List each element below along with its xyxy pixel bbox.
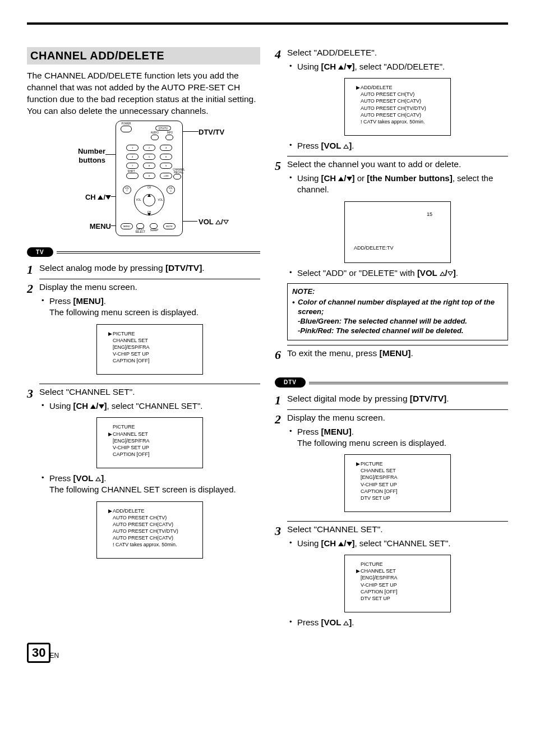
step-text: Select analog mode by pressing [DTV/TV]. <box>39 263 205 273</box>
bold: [the Number buttons] <box>367 173 452 183</box>
t: VOL <box>124 187 129 190</box>
mute-button: MUTE <box>163 223 176 229</box>
bullet-icon: • <box>41 400 49 412</box>
osd-menu-item: ▶CHANNEL SET <box>108 431 197 437</box>
tiny-label: SHIFT <box>125 170 137 173</box>
osd-menu-item: CHANNEL SET <box>356 467 445 474</box>
audio-button <box>151 135 159 140</box>
osd-menu-item: DTV SET UP <box>356 595 445 602</box>
t: or <box>355 173 367 183</box>
label-number-buttons-1: Number <box>59 146 105 156</box>
osd-menu-3: ▶ADD/DELETEAUTO PRESET CH(TV)AUTO PRESET… <box>96 501 203 559</box>
label-vol-text: VOL <box>199 218 215 226</box>
osd-menu-item: [ENG]/ESP/FRA <box>356 574 445 581</box>
step-text: Select "CHANNEL SET". <box>287 524 383 534</box>
triangle-up-outline-icon <box>343 621 349 625</box>
osd-menu-item: ! CATV takes approx. 50min. <box>108 541 197 548</box>
osd-menu-item-text: AUTO PRESET CH(TV) <box>113 514 167 521</box>
osd-menu-item: CAPTION [OFF] <box>108 451 197 458</box>
osd-menu-item: ▶CHANNEL SET <box>356 568 445 574</box>
t: MUTE <box>166 225 172 228</box>
triangle-down-icon <box>347 177 352 181</box>
osd-menu-item: CHANNEL SET <box>108 337 197 344</box>
t: . <box>352 141 354 150</box>
triangle-down-outline-icon <box>448 271 453 276</box>
t: Press <box>297 141 321 150</box>
t: Press <box>297 617 321 627</box>
t: Using <box>297 173 321 183</box>
tiny-label: CHANNEL RECALL <box>172 168 186 174</box>
page-number-value: 30 <box>27 643 50 663</box>
osd-menu-item-text: V-CHIP SET UP <box>113 351 149 357</box>
step-text: To exit the menu, press [MENU]. <box>287 348 413 358</box>
osd-menu-item-text: CHANNEL SET <box>113 337 148 344</box>
t: Press <box>297 427 321 436</box>
sub-text: Press [VOL ]. <box>297 617 508 628</box>
channel-number: 15 <box>427 211 432 218</box>
t: 4 <box>132 155 133 158</box>
tag-line <box>309 382 508 384</box>
triangle-up-icon <box>90 404 96 409</box>
bullet-icon: • <box>41 473 49 496</box>
osd-menu-item-text: AUTO PRESET CH(TV) <box>361 91 414 98</box>
tiny-label: AUDIO <box>149 131 161 134</box>
sub-text: Using [CH /] or [the Number buttons], se… <box>297 173 508 196</box>
tv-step-1: 1 Select analog mode by pressing [DTV/TV… <box>27 262 260 279</box>
channel-preview-box: 15 ADD/DELETE:TV <box>344 201 451 263</box>
osd-menu-2: PICTURE▶CHANNEL SET[ENG]/ESP/FRAV-CHIP S… <box>96 417 203 468</box>
t: 2 <box>149 146 150 149</box>
osd-menu-item-text: ! CATV takes approx. 50min. <box>113 541 177 548</box>
osd-menu-item-text: [ENG]/ESP/FRA <box>113 344 150 351</box>
label-number-buttons-2: buttons <box>59 155 105 165</box>
t: Select "ADD" or "DELETE" with <box>297 268 417 278</box>
triangle-down-icon <box>347 65 352 70</box>
triangle-down-outline-icon <box>223 220 229 224</box>
tiny-label: POWER <box>119 122 133 125</box>
bold: [VOL ] <box>321 141 352 150</box>
osd-menu-item-text: PICTURE <box>113 423 135 430</box>
osd-menu-item: CAPTION [OFF] <box>356 588 445 595</box>
lead-line <box>182 131 199 132</box>
triangle-down-icon <box>347 542 352 546</box>
t: Press <box>49 473 73 483</box>
key-7: 7 <box>126 163 139 169</box>
key-2: 2 <box>143 145 155 151</box>
triangle-up-icon <box>338 177 344 181</box>
osd-menu-item: AUTO PRESET CH(TV) <box>356 91 445 98</box>
step-text: Select the channel you want to add or de… <box>287 159 461 169</box>
t: , select "ADD/DELETE". <box>355 62 445 71</box>
step-number: 2 <box>27 282 39 295</box>
osd-menu-item: AUTO PRESET CH(CATV) <box>356 98 445 104</box>
osd-menu-item-text: DTV SET UP <box>361 495 390 501</box>
key-4: 4 <box>126 154 139 160</box>
cursor-icon: ▶ <box>356 568 361 574</box>
sub-text: Press [MENU]. The following menu screen … <box>297 426 508 449</box>
tiny-text: DTV/TV <box>159 127 168 130</box>
tv-step-2: 2 Display the menu screen. • Press [MENU… <box>27 282 260 384</box>
step-number: 3 <box>275 524 287 537</box>
triangle-up-icon <box>98 195 103 200</box>
t: 5 <box>149 155 150 158</box>
bold: [CH /] <box>73 401 107 411</box>
tv-step-5: 5 Select the channel you want to add or … <box>275 159 508 345</box>
label-menu: MENU <box>77 222 111 232</box>
sub-text: Press [VOL ]. The following CHANNEL SET … <box>49 473 260 496</box>
osd-menu-item: V-CHIP SET UP <box>108 444 197 451</box>
osd-menu-item: [ENG]/ESP/FRA <box>108 344 197 351</box>
t: . <box>456 268 458 278</box>
osd-menu-1: ▶PICTURECHANNEL SET[ENG]/ESP/FRAV-CHIP S… <box>96 324 203 375</box>
osd-menu-4: ▶ADD/DELETEAUTO PRESET CH(TV)AUTO PRESET… <box>344 78 451 136</box>
bullet-icon: • <box>41 296 49 319</box>
osd-menu-item-text: AUTO PRESET CH(TV/DTV) <box>361 105 426 112</box>
remote-body: POWER DTV/TV AUDIO INFO 1 2 3 4 5 6 7 8 <box>116 121 183 236</box>
t: The following menu screen is displayed. <box>297 438 446 448</box>
info-button <box>165 135 173 140</box>
note-box: NOTE: •Color of channel number displayed… <box>287 283 508 340</box>
bold: [MENU] <box>380 348 411 358</box>
key-0: 0 <box>143 173 155 179</box>
step-number: 4 <box>275 47 287 61</box>
key-6: 6 <box>160 154 172 160</box>
tv-step-3: 3 Select "CHANNEL SET". • Using [CH /], … <box>27 386 260 565</box>
plus100-button: +100 <box>160 173 172 179</box>
osd-menu-item: ▶ADD/DELETE <box>108 508 197 514</box>
